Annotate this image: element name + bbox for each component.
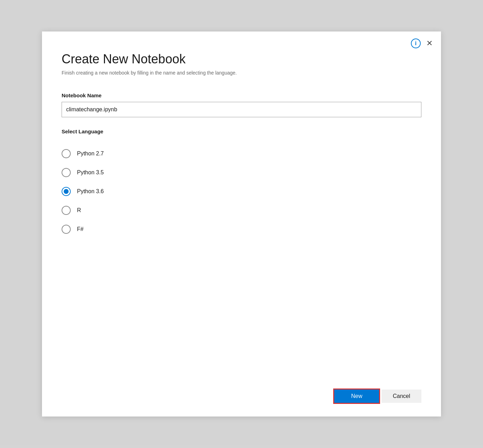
radio-circle-python27 <box>62 149 71 158</box>
radio-item-python36[interactable]: Python 3.6 <box>62 182 421 201</box>
cancel-button[interactable]: Cancel <box>382 390 421 403</box>
dialog-header-icons: i ✕ <box>411 38 433 48</box>
radio-circle-r <box>62 206 71 215</box>
radio-item-r[interactable]: R <box>62 201 421 220</box>
radio-item-python27[interactable]: Python 2.7 <box>62 144 421 163</box>
radio-circle-python36 <box>62 187 71 196</box>
select-language-label: Select Language <box>62 128 421 134</box>
notebook-name-label: Notebook Name <box>62 92 421 98</box>
dialog-overlay: i ✕ Create New Notebook Finish creating … <box>0 0 483 448</box>
dialog-title: Create New Notebook <box>62 52 421 66</box>
radio-item-python35[interactable]: Python 3.5 <box>62 163 421 182</box>
radio-label-python27: Python 2.7 <box>77 150 104 157</box>
radio-label-python36: Python 3.6 <box>77 188 104 195</box>
dialog: i ✕ Create New Notebook Finish creating … <box>42 31 441 416</box>
radio-label-r: R <box>77 207 81 214</box>
info-icon[interactable]: i <box>411 38 421 48</box>
radio-item-fsharp[interactable]: F# <box>62 220 421 239</box>
radio-dot-python36 <box>64 189 69 194</box>
new-button[interactable]: New <box>333 388 380 404</box>
radio-label-python35: Python 3.5 <box>77 169 104 176</box>
radio-circle-fsharp <box>62 225 71 234</box>
dialog-subtitle: Finish creating a new notebook by fillin… <box>62 70 421 76</box>
language-radio-group: Python 2.7 Python 3.5 Python 3.6 R F# <box>62 144 421 239</box>
notebook-name-input[interactable] <box>62 102 421 117</box>
dialog-footer: New Cancel <box>333 388 421 404</box>
radio-label-fsharp: F# <box>77 226 84 232</box>
close-icon[interactable]: ✕ <box>426 40 433 47</box>
radio-circle-python35 <box>62 168 71 177</box>
